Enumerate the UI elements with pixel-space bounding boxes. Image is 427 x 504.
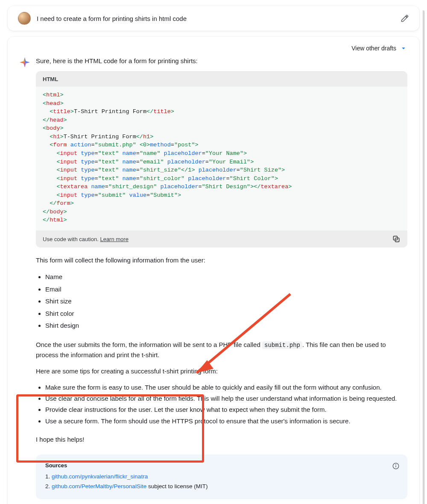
- list-item: Shirt design: [45, 320, 407, 332]
- list-item: Use clear and concise labels for all of …: [45, 393, 407, 404]
- response-intro: Sure, here is the HTML code for a form f…: [36, 57, 407, 64]
- code-block: HTML <html> <head> <title>T-Shirt Printi…: [36, 71, 407, 248]
- code-content[interactable]: <html> <head> <title>T-Shirt Printing Fo…: [36, 87, 407, 230]
- source-link[interactable]: github.com/PeterMaltby/PersonalSite: [52, 483, 146, 489]
- source-link[interactable]: github.com/pynkvalerian/flickr_sinatra: [52, 473, 148, 480]
- submit-paragraph: Once the user submits the form, the info…: [36, 340, 407, 360]
- list-item: Name: [45, 271, 407, 283]
- scrollbar-shadow: [422, 10, 424, 504]
- fields-list: Name Email Shirt size Shirt color Shirt …: [45, 271, 407, 332]
- info-icon[interactable]: [392, 462, 400, 470]
- list-item: Shirt color: [45, 308, 407, 320]
- list-item: Shirt size: [45, 295, 407, 308]
- list-item: Use a secure form. The form should use t…: [45, 416, 407, 427]
- list-item: Email: [45, 283, 407, 296]
- learn-more-link[interactable]: Learn more: [100, 236, 128, 242]
- code-caution: Use code with caution. Learn more: [43, 236, 129, 242]
- view-drafts-toggle[interactable]: View other drafts: [20, 43, 407, 57]
- code-language-label: HTML: [36, 72, 407, 87]
- view-drafts-label: View other drafts: [351, 45, 396, 52]
- user-prompt-text: I need to create a form for printing shi…: [37, 15, 395, 22]
- avatar: [18, 12, 31, 25]
- copy-icon[interactable]: [392, 235, 401, 243]
- source-item: 2. github.com/PeterMaltby/PersonalSite s…: [45, 482, 398, 492]
- tips-intro: Here are some tips for creating a succes…: [36, 366, 407, 376]
- inline-code: submit.php: [262, 341, 302, 349]
- svg-point-4: [396, 465, 396, 465]
- user-prompt-card: I need to create a form for printing shi…: [8, 6, 419, 31]
- hope-paragraph: I hope this helps!: [36, 434, 407, 444]
- sparkle-icon: [20, 57, 30, 67]
- edit-icon[interactable]: [401, 14, 409, 23]
- response-card: View other drafts Sure, here is the HTML…: [8, 37, 419, 504]
- list-item: Make sure the form is easy to use. The u…: [45, 382, 407, 393]
- sources-box: Sources 1. github.com/pynkvalerian/flick…: [36, 454, 407, 499]
- list-item: Provide clear instructions for the user.…: [45, 404, 407, 415]
- sources-title: Sources: [45, 462, 398, 469]
- source-item: 1. github.com/pynkvalerian/flickr_sinatr…: [45, 472, 398, 482]
- chevron-down-icon: [400, 44, 407, 52]
- tips-list: Make sure the form is easy to use. The u…: [45, 382, 407, 427]
- collect-paragraph: This form will collect the following inf…: [36, 255, 407, 265]
